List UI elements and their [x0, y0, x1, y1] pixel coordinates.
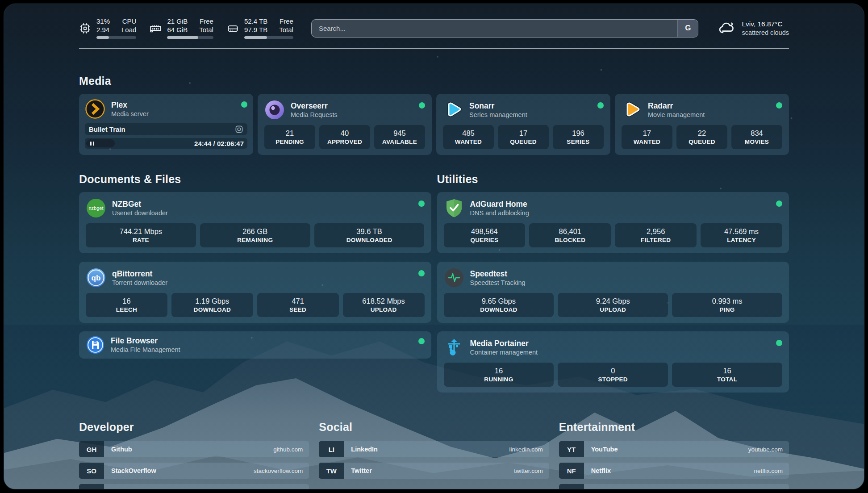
bookmark-dev[interactable]: DT DEV dev.to: [79, 484, 309, 489]
stat-box: 485WANTED: [443, 125, 494, 149]
service-card-portainer[interactable]: Media Portainer Container management 16R…: [437, 331, 789, 393]
service-card-speedtest[interactable]: Speedtest Speedtest Tracking 9.65 GbpsDO…: [437, 262, 789, 323]
bookmark-netflix[interactable]: NF Netflix netflix.com: [559, 463, 789, 479]
disk-resource: 52.4 TB 97.9 TB Free Total: [227, 17, 293, 39]
bookmark-name: Twitter: [344, 467, 514, 474]
status-dot: [418, 201, 425, 207]
disk-total: 97.9 TB: [244, 26, 267, 34]
service-card-filebrowser[interactable]: File Browser Media File Management: [79, 331, 431, 359]
bookmark-youtube[interactable]: YT YouTube youtube.com: [559, 441, 789, 457]
pause-button[interactable]: [86, 139, 115, 147]
entertainment-bookmarks: Entertainment YT YouTube youtube.com NF …: [559, 421, 789, 489]
bookmark-name: YouTube: [584, 446, 748, 453]
service-title: Speedtest: [470, 269, 783, 279]
bookmark-twitter[interactable]: TW Twitter twitter.com: [319, 463, 549, 479]
service-title: AdGuard Home: [470, 199, 771, 209]
search-input[interactable]: [312, 20, 678, 37]
bookmark-abbr: GH: [79, 441, 104, 457]
stat-box: 0.993 msPING: [672, 293, 782, 317]
service-title: Overseerr: [291, 101, 413, 111]
cpu-label-2: Load: [121, 26, 136, 34]
stat-box: 17WANTED: [622, 125, 672, 149]
bookmark-linkedin[interactable]: LI LinkedIn linkedin.com: [319, 441, 549, 457]
portainer-icon: [444, 337, 464, 358]
bookmark-url: reddit.com: [755, 489, 789, 490]
cloud-icon: [718, 19, 736, 37]
status-dot: [418, 338, 425, 344]
qbittorrent-icon: qb: [86, 267, 106, 288]
service-card-radarr[interactable]: Radarr Movie management 17WANTED 22QUEUE…: [615, 94, 789, 155]
stat-box: 16LEECH: [86, 293, 167, 317]
service-title: File Browser: [111, 336, 413, 346]
service-subtitle: Media server: [111, 110, 235, 118]
service-card-overseerr[interactable]: Overseerr Media Requests 21PENDING 40APP…: [258, 94, 432, 155]
memory-total: 64 GiB: [167, 26, 188, 34]
status-dot: [418, 270, 425, 276]
service-subtitle: Media Requests: [291, 111, 413, 119]
service-subtitle: Torrent downloader: [112, 279, 413, 287]
bookmark-abbr: SO: [79, 463, 104, 479]
bookmark-url: dev.to: [287, 489, 309, 490]
bookmark-reddit[interactable]: RE Reddit reddit.com: [559, 484, 789, 489]
service-title: Sonarr: [469, 101, 592, 111]
bookmark-name: LinkedIn: [344, 446, 509, 453]
cpu-label-1: CPU: [122, 17, 137, 25]
stat-box: 22QUEUED: [676, 125, 727, 149]
cpu-resource: 31% 2.94 CPU Load: [79, 17, 136, 39]
adguard-icon: [444, 198, 464, 218]
service-card-qbittorrent[interactable]: qb qBittorrent Torrent downloader 16LEEC…: [79, 262, 431, 323]
service-card-plex[interactable]: Plex Media server Bullet Train 24:44 / 0…: [79, 94, 253, 155]
bookmark-github[interactable]: GH Github github.com: [79, 441, 309, 457]
bookmark-stackoverflow[interactable]: SO StackOverflow stackoverflow.com: [79, 463, 309, 479]
memory-label-1: Free: [200, 17, 213, 25]
stat-box: 21PENDING: [264, 125, 315, 149]
stat-box: 16RUNNING: [444, 363, 554, 387]
bookmark-abbr: RE: [559, 484, 584, 489]
search-provider-button[interactable]: G: [677, 20, 698, 37]
bookmark-abbr: DT: [79, 484, 104, 489]
stat-box: 17QUEUED: [498, 125, 549, 149]
bookmark-name: DEV: [104, 489, 287, 489]
weather-location-temp: Lviv, 16.87°C: [742, 20, 789, 29]
service-card-nzbget[interactable]: nzbget NZBGet Usenet downloader 744.21 M…: [79, 192, 431, 253]
plex-icon: [85, 99, 105, 119]
bookmark-name: Netflix: [584, 467, 754, 474]
status-dot: [776, 102, 782, 109]
service-subtitle: Series management: [469, 111, 592, 119]
service-subtitle: Container management: [470, 348, 771, 357]
service-card-adguard[interactable]: AdGuard Home DNS and adblocking 498,564Q…: [437, 192, 789, 253]
disk-label-2: Total: [279, 26, 293, 34]
speedtest-icon: [444, 267, 464, 288]
service-title: Plex: [111, 100, 235, 110]
service-card-sonarr[interactable]: Sonarr Series management 485WANTED 17QUE…: [436, 94, 610, 155]
cpu-load-value: 2.94: [96, 26, 110, 34]
status-dot: [776, 201, 782, 207]
disk-free: 52.4 TB: [244, 17, 267, 25]
dashboard-window: 31% 2.94 CPU Load: [4, 4, 864, 489]
bookmark-name: Github: [104, 446, 273, 453]
bookmark-url: youtube.com: [748, 446, 789, 453]
stat-box: 266 GBREMAINING: [200, 223, 310, 247]
svg-text:nzbget: nzbget: [88, 205, 103, 211]
service-title: qBittorrent: [112, 269, 413, 279]
radarr-icon: [622, 100, 642, 120]
bookmark-url: linkedin.com: [509, 446, 549, 453]
weather-widget: Lviv, 16.87°C scattered clouds: [718, 19, 789, 37]
stat-box: 196SERIES: [553, 125, 604, 149]
section-title-media: Media: [79, 75, 789, 88]
memory-free: 21 GiB: [167, 17, 188, 25]
status-dot: [241, 101, 247, 108]
nzbget-icon: nzbget: [86, 198, 106, 218]
stat-box: 86,401BLOCKED: [529, 223, 611, 247]
bookmark-abbr: NF: [559, 463, 584, 479]
stat-box: 471SEED: [257, 293, 339, 317]
section-title-documents: Documents & Files: [79, 173, 431, 186]
stat-box: 40APPROVED: [319, 125, 370, 149]
memory-label-2: Total: [199, 26, 213, 34]
social-bookmarks: Social LI LinkedIn linkedin.com TW Twitt…: [319, 421, 549, 489]
playback-time: 24:44 / 02:06:47: [115, 140, 244, 147]
bookmark-abbr: TW: [319, 463, 344, 479]
bookmark-url: twitter.com: [514, 468, 549, 474]
memory-progress-bar: [167, 36, 213, 39]
cast-icon[interactable]: [235, 125, 243, 134]
